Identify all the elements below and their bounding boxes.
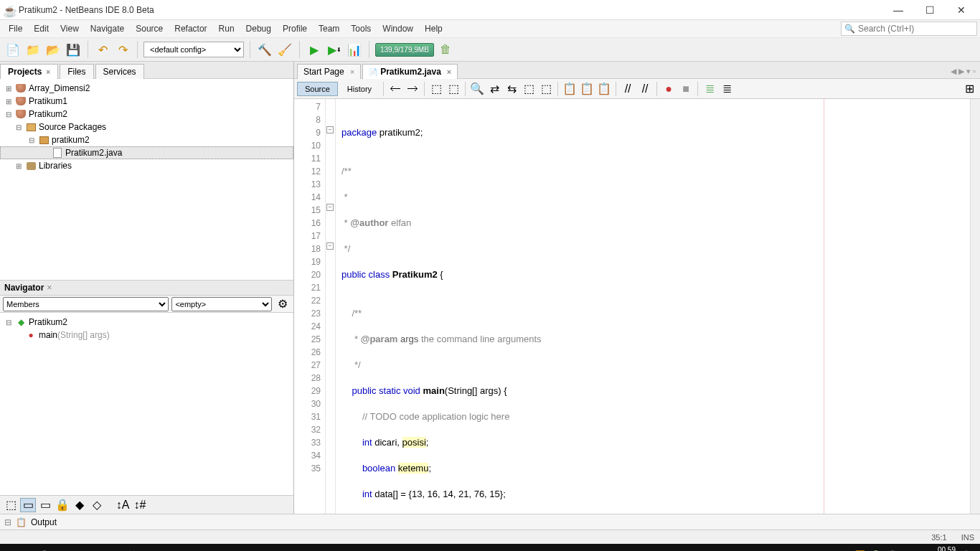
menu-refactor[interactable]: Refactor bbox=[169, 22, 212, 36]
firefox-icon[interactable]: 🦊 bbox=[118, 544, 146, 551]
minimize-button[interactable]: — bbox=[882, 0, 914, 20]
close-button[interactable]: ✕ bbox=[946, 0, 977, 20]
tab-nav[interactable]: ◀ ▶ ▾ ▫ bbox=[946, 65, 980, 78]
nav-btn[interactable]: 🔒 bbox=[55, 498, 70, 512]
ed-btn[interactable]: 📋 bbox=[562, 81, 578, 97]
class-node[interactable]: ⊟◆Pratikum2 bbox=[0, 316, 293, 329]
nav-btn[interactable]: ↕A bbox=[115, 498, 131, 512]
menu-debug[interactable]: Debug bbox=[240, 22, 277, 36]
ed-btn[interactable]: 📋 bbox=[596, 81, 612, 97]
gc-button[interactable]: 🗑 bbox=[437, 41, 454, 58]
menu-navigate[interactable]: Navigate bbox=[85, 22, 130, 36]
taskview-button[interactable]: ▭ bbox=[60, 544, 89, 551]
history-button[interactable]: History bbox=[339, 82, 380, 96]
store-icon[interactable]: 🛍 bbox=[175, 544, 204, 551]
maximize-button[interactable]: ☐ bbox=[914, 0, 946, 20]
project-node[interactable]: ⊞Array_Dimensi2 bbox=[0, 82, 293, 95]
stop-button[interactable]: ■ bbox=[678, 81, 694, 97]
ed-btn[interactable]: ⬚ bbox=[521, 81, 537, 97]
ed-btn[interactable]: ⬚ bbox=[538, 81, 554, 97]
project-node[interactable]: ⊟Pratikum2 bbox=[0, 108, 293, 121]
vlc-icon[interactable]: ▲ bbox=[146, 544, 175, 551]
nav-btn[interactable]: ⬚ bbox=[3, 498, 19, 512]
close-icon[interactable]: × bbox=[350, 67, 354, 76]
ed-btn[interactable]: // bbox=[620, 81, 636, 97]
code-editor[interactable]: 7891011 1213141516 1718192021 2223242526… bbox=[294, 99, 980, 514]
quicksearch[interactable]: 🔍 bbox=[841, 22, 977, 36]
tab-java-file[interactable]: 📄Pratikum2.java× bbox=[362, 64, 458, 79]
nav-btn[interactable]: ◆ bbox=[72, 498, 88, 512]
menu-tools[interactable]: Tools bbox=[345, 22, 377, 36]
record-button[interactable]: ● bbox=[661, 81, 677, 97]
members-select[interactable]: Members bbox=[3, 297, 169, 311]
output-panel-header[interactable]: ⊟ 📋 Output bbox=[0, 514, 980, 529]
save-all-button[interactable]: 💾 bbox=[65, 41, 82, 58]
ed-btn[interactable]: ⬚ bbox=[428, 81, 444, 97]
ed-btn[interactable]: ⇆ bbox=[504, 81, 519, 97]
filter-icon[interactable]: ⚙ bbox=[275, 297, 291, 311]
menu-file[interactable]: File bbox=[3, 22, 28, 36]
source-button[interactable]: Source bbox=[297, 82, 338, 96]
clean-build-button[interactable]: 🧹 bbox=[276, 41, 293, 58]
empty-select[interactable]: <empty> bbox=[171, 297, 272, 311]
ed-btn[interactable]: // bbox=[637, 81, 653, 97]
new-project-button[interactable]: 📁 bbox=[24, 41, 42, 58]
source-packages-node[interactable]: ⊟Source Packages bbox=[0, 121, 293, 133]
menu-profile[interactable]: Profile bbox=[277, 22, 313, 36]
nav-btn[interactable]: ▭ bbox=[20, 498, 36, 512]
word-icon[interactable]: W bbox=[204, 544, 232, 551]
search-input[interactable] bbox=[858, 24, 974, 34]
run-button[interactable]: ▶ bbox=[306, 41, 323, 58]
nav-btn[interactable]: ▭ bbox=[37, 498, 53, 512]
menu-help[interactable]: Help bbox=[419, 22, 448, 36]
explorer-icon[interactable]: 📁 bbox=[89, 544, 118, 551]
close-icon[interactable]: × bbox=[447, 67, 451, 76]
menu-window[interactable]: Window bbox=[377, 22, 419, 36]
expand-button[interactable]: ⊞ bbox=[961, 81, 977, 97]
nav-fwd-button[interactable]: 🡒 bbox=[405, 81, 420, 97]
new-file-button[interactable]: 📄 bbox=[4, 41, 22, 58]
fold-icon[interactable]: − bbox=[326, 204, 334, 211]
ed-btn[interactable]: ≣ bbox=[702, 81, 717, 97]
minimize-icon[interactable]: ⊟ bbox=[4, 517, 11, 527]
fold-column[interactable]: − − − bbox=[326, 99, 336, 514]
undo-button[interactable]: ↶ bbox=[94, 41, 111, 58]
tab-services[interactable]: Services bbox=[95, 64, 144, 79]
nav-back-button[interactable]: 🡐 bbox=[387, 81, 403, 97]
fold-icon[interactable]: − bbox=[326, 126, 334, 133]
debug-button[interactable]: ▶⬇ bbox=[326, 41, 343, 58]
menu-edit[interactable]: Edit bbox=[28, 22, 55, 36]
redo-button[interactable]: ↷ bbox=[114, 41, 131, 58]
find-button[interactable]: 🔍 bbox=[469, 81, 485, 97]
libraries-node[interactable]: ⊞Libraries bbox=[0, 159, 293, 172]
tab-files[interactable]: Files bbox=[60, 64, 93, 79]
menu-team[interactable]: Team bbox=[313, 22, 345, 36]
menu-run[interactable]: Run bbox=[213, 22, 240, 36]
start-button[interactable]: ⊞ bbox=[3, 544, 32, 551]
search-button[interactable]: 🔍 bbox=[32, 544, 60, 551]
projects-tree[interactable]: ⊞Array_Dimensi2 ⊞Pratikum1 ⊟Pratikum2 ⊟S… bbox=[0, 79, 293, 280]
tab-projects[interactable]: Projects× bbox=[0, 64, 58, 79]
ed-btn[interactable]: ≣ bbox=[719, 81, 735, 97]
close-icon[interactable]: × bbox=[47, 283, 52, 293]
tab-start-page[interactable]: Start Page× bbox=[297, 64, 361, 79]
menu-source[interactable]: Source bbox=[130, 22, 169, 36]
build-button[interactable]: 🔨 bbox=[256, 41, 273, 58]
config-select[interactable]: <default config> bbox=[143, 42, 244, 57]
error-stripe[interactable] bbox=[970, 99, 980, 514]
clock[interactable]: 00.59 29/02/2016 bbox=[920, 546, 956, 551]
nav-btn[interactable]: ◇ bbox=[89, 498, 105, 512]
system-tray[interactable]: ˄ 📶 🔋 🔊 ⌨ 00.59 29/02/2016 💬 bbox=[845, 546, 977, 551]
package-node[interactable]: ⊟pratikum2 bbox=[0, 133, 293, 146]
ed-btn[interactable]: ⬚ bbox=[446, 81, 461, 97]
code-text[interactable]: package pratikum2; /** * * @author elfan… bbox=[336, 99, 970, 514]
close-icon[interactable]: × bbox=[46, 68, 50, 76]
java-file-node[interactable]: Pratikum2.java bbox=[0, 146, 293, 159]
ed-btn[interactable]: 📋 bbox=[579, 81, 595, 97]
menu-view[interactable]: View bbox=[55, 22, 85, 36]
memory-indicator[interactable]: 139,9/179,9MB bbox=[375, 43, 434, 57]
open-project-button[interactable]: 📂 bbox=[44, 41, 62, 58]
fold-icon[interactable]: − bbox=[326, 242, 334, 250]
method-node[interactable]: ●main(String[] args) bbox=[0, 329, 293, 342]
profile-button[interactable]: 📊 bbox=[346, 41, 363, 58]
